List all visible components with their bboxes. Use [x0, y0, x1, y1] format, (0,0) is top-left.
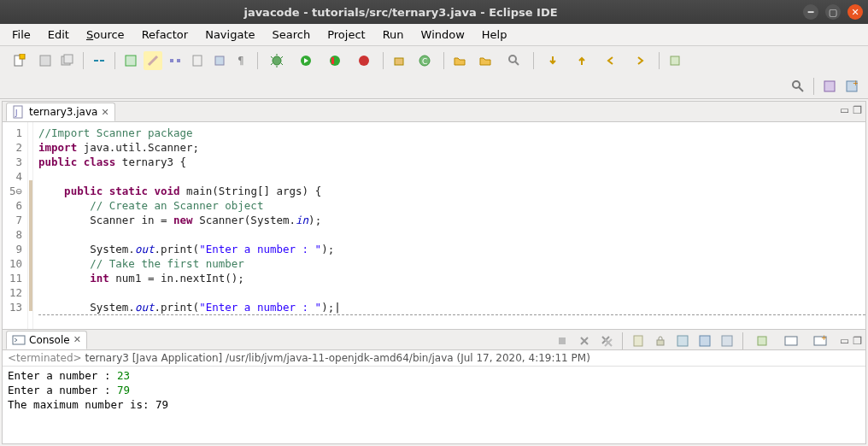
svg-point-11 [273, 56, 281, 65]
open-project-button[interactable] [472, 51, 498, 70]
block-select-button[interactable] [210, 51, 229, 70]
console-toolbar: + ▭ ❐ [551, 332, 862, 350]
menu-source[interactable]: Source [79, 26, 132, 43]
maximize-pane-icon[interactable]: ❐ [853, 104, 862, 116]
prev-annotation-button[interactable] [569, 51, 595, 70]
svg-rect-16 [395, 58, 403, 65]
coverage-button[interactable] [322, 51, 348, 70]
new-package-button[interactable] [390, 51, 408, 70]
clear-console-button[interactable] [629, 332, 648, 350]
menu-run[interactable]: Run [376, 26, 411, 43]
forward-button[interactable] [627, 51, 653, 70]
java-file-icon: J [12, 105, 26, 119]
editor-tab-label: ternary3.java [29, 106, 97, 118]
menu-refactor[interactable]: Refactor [135, 26, 196, 43]
menu-edit[interactable]: Edit [41, 26, 76, 43]
display-selected-console-button[interactable] [778, 332, 804, 350]
highlight-button[interactable] [144, 51, 162, 70]
menu-search[interactable]: Search [265, 26, 317, 43]
debug-button[interactable] [264, 51, 290, 70]
toggle-mark-button[interactable] [188, 51, 207, 70]
console-maximize-icon[interactable]: ❐ [853, 335, 862, 347]
search-dropdown-button[interactable] [501, 51, 527, 70]
console-output[interactable]: Enter a number : 23Enter a number : 79Th… [3, 367, 865, 443]
window-title: javacode - tutorials/src/ternary3.java -… [5, 6, 796, 19]
word-wrap-button[interactable] [673, 332, 692, 350]
save-button[interactable] [36, 51, 55, 70]
svg-point-15 [359, 56, 369, 66]
console-icon [12, 333, 26, 347]
menu-help[interactable]: Help [475, 26, 514, 43]
show-whitespace-button[interactable]: ¶ [232, 51, 251, 70]
editor-tabstrip: J ternary3.java ✕ ▭ ❐ [3, 102, 865, 122]
svg-rect-30 [657, 340, 664, 345]
open-type-button[interactable] [121, 51, 140, 70]
maximize-button[interactable]: ▢ [825, 4, 841, 20]
console-tab-close-icon[interactable]: ✕ [73, 334, 81, 345]
svg-text:J: J [15, 109, 17, 117]
menu-project[interactable]: Project [320, 26, 372, 43]
svg-rect-6 [170, 59, 173, 62]
svg-text:+: + [821, 334, 827, 342]
svg-point-13 [330, 56, 340, 66]
svg-rect-29 [634, 336, 642, 346]
svg-rect-7 [177, 59, 180, 62]
svg-rect-31 [677, 336, 688, 346]
next-annotation-button[interactable] [540, 51, 566, 70]
console-tab-label: Console [29, 334, 70, 346]
open-perspective-button[interactable]: + [842, 77, 861, 96]
save-all-button[interactable] [58, 51, 77, 70]
editor-tab-ternary3[interactable]: J ternary3.java ✕ [6, 103, 115, 121]
quick-access-search-icon[interactable] [789, 77, 807, 96]
code-editor[interactable]: 12345⊖678910111213 //Import Scanner pack… [3, 122, 865, 329]
svg-point-19 [509, 56, 516, 62]
open-folder-button[interactable] [450, 51, 469, 70]
line-number-gutter: 12345⊖678910111213 [3, 122, 28, 329]
svg-rect-1 [20, 54, 25, 59]
pin-editor-button[interactable] [666, 51, 684, 70]
console-view: Console ✕ + ▭ ❐ <termin [3, 329, 865, 443]
back-button[interactable] [598, 51, 624, 70]
show-console-on-err-button[interactable] [718, 332, 736, 350]
svg-text:C: C [422, 57, 427, 66]
remove-terminated-button[interactable] [575, 332, 594, 350]
run-button[interactable] [293, 51, 319, 70]
menu-bar: File Edit Source Refactor Navigate Searc… [0, 24, 868, 46]
new-class-button[interactable]: C [412, 51, 437, 70]
svg-rect-9 [215, 56, 224, 65]
console-tabstrip: Console ✕ + ▭ ❐ [3, 330, 865, 350]
svg-rect-5 [126, 56, 136, 66]
minimize-button[interactable]: ━ [803, 4, 818, 20]
svg-text:¶: ¶ [238, 55, 244, 67]
console-tab[interactable]: Console ✕ [6, 331, 87, 349]
terminate-button[interactable] [553, 332, 572, 350]
new-button[interactable] [7, 51, 32, 70]
console-minimize-icon[interactable]: ▭ [840, 335, 849, 347]
console-status-text: ternary3 [Java Application] /usr/lib/jvm… [85, 352, 589, 364]
link-editor-button[interactable] [90, 51, 108, 70]
svg-rect-32 [700, 336, 710, 346]
code-content[interactable]: //Import Scanner packageimport java.util… [33, 122, 865, 329]
menu-navigate[interactable]: Navigate [198, 26, 261, 43]
svg-rect-27 [13, 336, 25, 344]
svg-rect-20 [671, 56, 679, 65]
perspective-java-button[interactable] [820, 77, 839, 96]
toggle-breadcrumb-button[interactable] [166, 51, 185, 70]
svg-text:+: + [853, 79, 859, 87]
scroll-lock-button[interactable] [651, 332, 670, 350]
menu-window[interactable]: Window [414, 26, 472, 43]
run-last-button[interactable] [351, 51, 377, 70]
minimize-pane-icon[interactable]: ▭ [840, 104, 849, 116]
menu-file[interactable]: File [5, 26, 38, 43]
svg-rect-22 [824, 81, 835, 91]
close-button[interactable]: ✕ [847, 4, 863, 20]
editor-tab-close-icon[interactable]: ✕ [101, 107, 108, 118]
remove-all-terminated-button[interactable] [597, 332, 616, 350]
window-titlebar: javacode - tutorials/src/ternary3.java -… [0, 0, 868, 24]
pin-console-button[interactable] [749, 332, 775, 350]
svg-rect-2 [40, 56, 50, 66]
editor-area: J ternary3.java ✕ ▭ ❐ 12345⊖678910111213… [2, 101, 866, 444]
open-console-button[interactable]: + [807, 332, 833, 350]
show-console-on-out-button[interactable] [695, 332, 714, 350]
svg-rect-8 [193, 56, 202, 66]
